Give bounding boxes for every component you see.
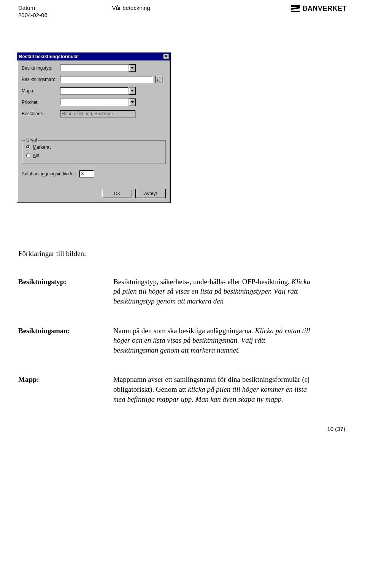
banverket-logo-icon <box>291 5 300 12</box>
besiktningsman-input[interactable] <box>60 76 153 83</box>
page-number: 10 (37) <box>327 426 345 432</box>
def-besiktningsman-term: Besiktningsman: <box>18 326 113 355</box>
close-icon: ✕ <box>165 54 168 58</box>
dialog-title: Beställ besiktningsformulär <box>19 54 79 59</box>
urval-legend: Urval <box>25 137 38 143</box>
mapp-combo[interactable] <box>60 87 136 95</box>
radio-markerat-label: Markerat <box>33 145 51 150</box>
dialog-titlebar: Beställ besiktningsformulär ✕ <box>17 53 170 60</box>
svg-marker-1 <box>291 7 300 10</box>
def-besiktningsman-body: Namn på den som ska besiktiga anläggning… <box>113 326 311 355</box>
brand-logo: BANVERKET <box>291 5 347 13</box>
datum-value: 2004-02-06 <box>18 12 48 18</box>
svg-marker-3 <box>131 67 134 69</box>
def-besiktningstyp-body: Besiktningstyp, säkerhets-, underhålls- … <box>113 277 311 306</box>
mapp-label: Mapp: <box>22 88 60 94</box>
besiktningstyp-label: Besiktningstyp: <box>22 65 60 71</box>
radio-allt-dot <box>26 153 30 158</box>
prioritet-combo[interactable] <box>60 99 136 106</box>
page-header: Datum 2004-02-06 Vår beteckning BANVERKE… <box>18 5 347 18</box>
count-label: Antal anläggningsindivider: <box>22 171 76 176</box>
svg-marker-5 <box>131 101 134 103</box>
datum-label: Datum <box>18 5 48 11</box>
svg-rect-2 <box>291 11 300 12</box>
explanations-heading: Förklaringar till bilden: <box>18 249 347 259</box>
mapp-input[interactable] <box>60 87 129 95</box>
besiktningsman-label: Besiktningsman: <box>22 77 60 82</box>
prioritet-dropdown-button[interactable] <box>129 99 136 106</box>
bestallare-label: Beställare: <box>22 111 60 116</box>
svg-rect-0 <box>291 5 300 7</box>
ok-button[interactable]: OK <box>102 189 132 198</box>
radio-allt-label: Allt <box>33 153 39 158</box>
chevron-down-icon <box>131 67 134 69</box>
chevron-down-icon <box>131 90 134 92</box>
def-besiktningstyp-term: Besiktningstyp: <box>18 277 113 306</box>
chevron-down-icon <box>131 101 134 103</box>
besiktningstyp-combo[interactable] <box>60 64 136 72</box>
bestallare-value: Hanna Östlund, Borlänge <box>60 110 136 118</box>
radio-markerat-dot <box>26 145 30 149</box>
urval-groupbox: Urval Markerat Allt <box>22 140 166 164</box>
beteckning-label: Vår beteckning <box>112 5 150 18</box>
count-value: 3 <box>79 170 94 178</box>
prioritet-label: Prioritet: <box>22 100 60 105</box>
svg-marker-4 <box>131 90 134 92</box>
lookup-icon <box>157 78 161 81</box>
besiktningstyp-dropdown-button[interactable] <box>129 64 136 72</box>
radio-markerat[interactable]: Markerat <box>26 145 162 150</box>
besiktningstyp-input[interactable] <box>60 64 129 72</box>
close-button[interactable]: ✕ <box>163 54 169 59</box>
def-mapp-body: Mappnamn avser ett samlingsnamn för dina… <box>113 375 311 404</box>
brand-name: BANVERKET <box>302 5 347 13</box>
def-mapp-term: Mapp: <box>18 375 113 404</box>
cancel-button[interactable]: Avbryt <box>135 189 166 198</box>
radio-allt[interactable]: Allt <box>26 153 162 158</box>
bestall-dialog: Beställ besiktningsformulär ✕ Besiktning… <box>17 52 171 203</box>
prioritet-input[interactable] <box>60 99 129 106</box>
besiktningsman-lookup-button[interactable] <box>156 76 163 83</box>
mapp-dropdown-button[interactable] <box>129 87 136 95</box>
